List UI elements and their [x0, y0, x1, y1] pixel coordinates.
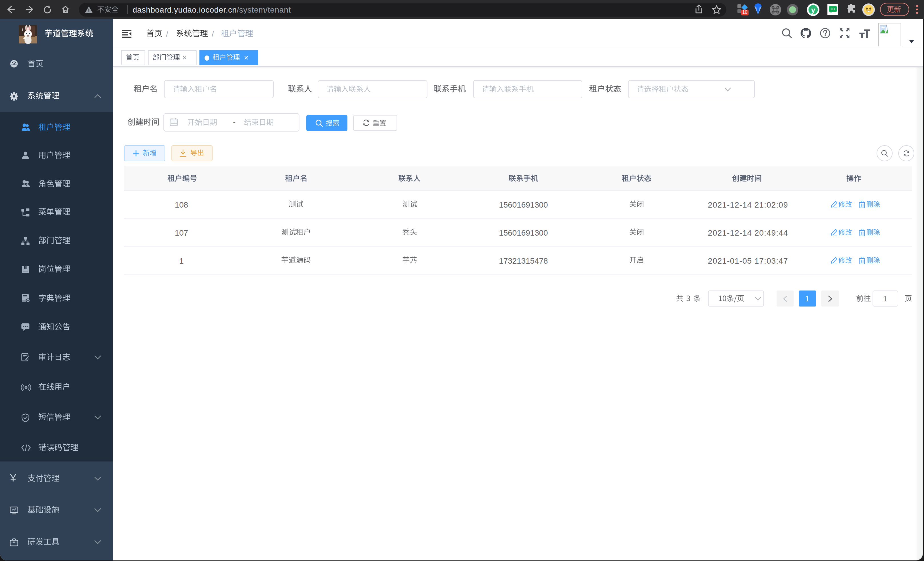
svg-text:y: y [811, 6, 815, 14]
